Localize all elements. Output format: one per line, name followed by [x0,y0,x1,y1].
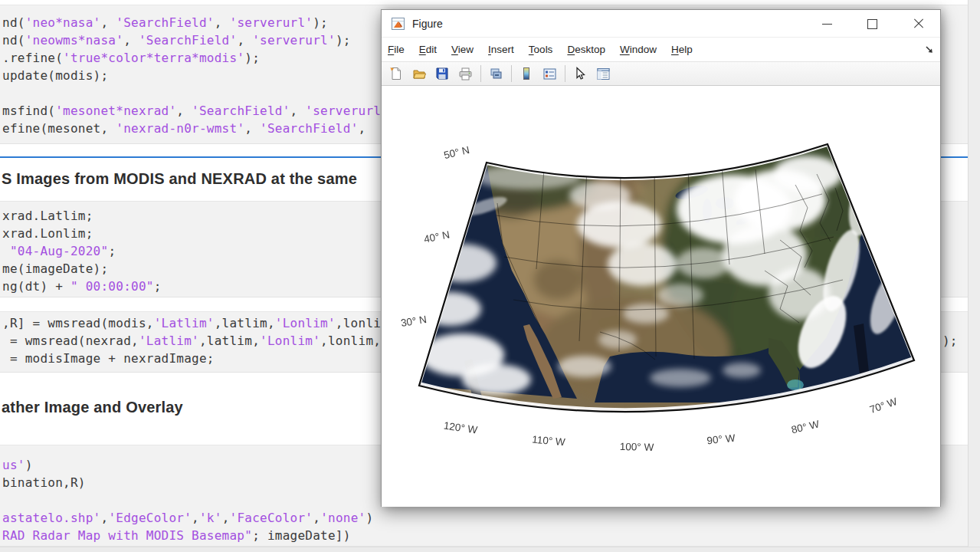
code-line: = wmsread(nexrad,'Latlim',latlim,'Lonlim… [2,332,381,350]
code-line: astatelo.shp','EdgeColor','k','FaceColor… [2,509,373,527]
code-line: ng(dt) + " 00:00:00"; [2,278,162,295]
section-heading-weather-overlay: ather Image and Overlay [2,399,183,416]
code-line: xrad.Latlim; [2,207,93,225]
section-heading-wms-images: S Images from MODIS and NEXRAD at the sa… [2,170,357,188]
code-line: efine(mesonet, 'nexrad-n0r-wmst', 'Searc… [2,120,373,137]
code-fragment-right: ); [942,332,957,350]
code-line: bination,R) [2,474,86,491]
us-satellite-map [382,10,942,508]
code-line: "04-Aug-2020"; [2,242,116,260]
screen: nd('neo*nasa', 'SearchField', 'serverurl… [0,0,980,552]
code-line: msfind('mesonet*nexrad', 'SearchField', … [2,102,404,120]
code-line: me(imageDate); [2,260,108,278]
code-line: us') [2,456,33,474]
editor-bottom-strip [0,547,980,552]
code-line: nd('neo*nasa', 'SearchField', 'serverurl… [2,14,328,31]
code-line: RAD Radar Map with MODIS Basemap"; image… [2,527,351,544]
code-line: update(modis); [2,67,108,84]
code-line: ,R] = wmsread(modis,'Latlim',latlim,'Lon… [2,314,396,332]
code-line: .refine('true*color*terra*modis'); [2,49,260,67]
editor-scrollbar[interactable] [968,0,980,552]
code-line: xrad.Lonlim; [2,225,93,242]
code-line: nd('neowms*nasa', 'SearchField', 'server… [2,31,351,49]
figure-window: Figure FileEditViewInsertToolsDesktopWin… [381,9,941,507]
code-line: = modisImage + nexradImage; [2,350,215,367]
